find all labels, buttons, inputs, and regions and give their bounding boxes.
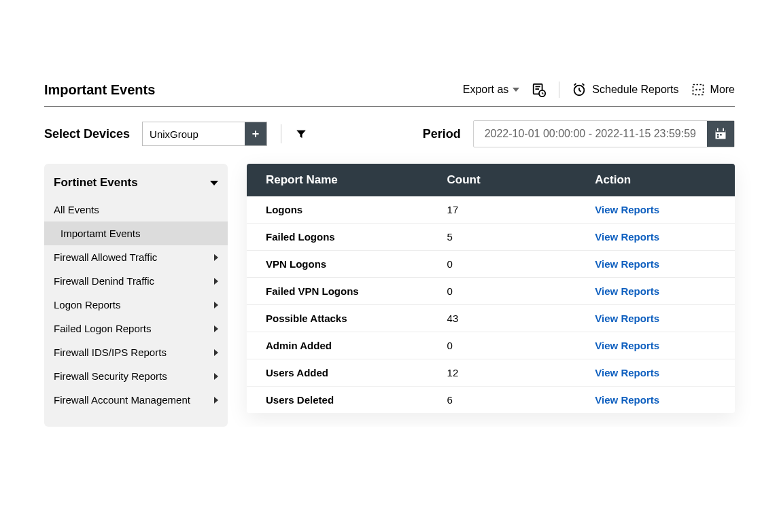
table-row: Users Added12View Reports [247,359,735,387]
action-cell: View Reports [568,204,716,215]
sidebar-item-label: Firewall Denind Traffic [54,275,154,287]
view-reports-link[interactable]: View Reports [595,258,659,270]
report-count: 0 [447,258,568,270]
table-row: Logons17View Reports [247,196,735,224]
report-count: 43 [447,313,568,324]
sidebar-item-label: Firewall Security Reports [54,370,167,382]
svg-rect-20 [717,136,719,138]
report-name: Logons [266,204,447,215]
period-label: Period [423,127,461,141]
chevron-right-icon [214,302,218,308]
table-header: Report Name Count Action [247,164,735,196]
more-label: More [710,84,735,96]
caret-down-icon [513,88,519,92]
svg-point-12 [695,89,697,91]
main-layout: Fortinet Events All EventsImportamt Even… [44,164,735,427]
svg-rect-16 [717,128,719,131]
col-header-name: Report Name [266,173,447,187]
report-count: 0 [447,285,568,297]
action-cell: View Reports [568,367,716,378]
sidebar-item[interactable]: Logon Reports [44,293,228,317]
svg-rect-11 [693,85,703,95]
svg-rect-19 [720,134,722,136]
view-reports-link[interactable]: View Reports [595,340,659,351]
report-count: 17 [447,204,568,215]
sidebar-item-label: All Events [54,204,99,215]
alarm-clock-icon [572,82,587,97]
action-cell: View Reports [568,313,716,324]
report-name: VPN Logons [266,258,447,270]
report-name: Users Added [266,367,447,378]
action-cell: View Reports [568,231,716,243]
svg-line-9 [574,84,576,86]
chevron-right-icon [214,373,218,380]
report-name: Users Deleted [266,394,447,406]
sidebar-item-label: Failed Logon Reports [54,323,151,334]
view-reports-link[interactable]: View Reports [595,367,659,378]
table-row: Failed VPN Logons0View Reports [247,278,735,305]
report-count: 5 [447,231,568,243]
report-count: 0 [447,340,568,351]
calendar-icon [714,127,727,141]
header-actions: Export as Schedule Reports More [463,82,735,98]
period-input[interactable]: 2022-10-01 00:00:00 - 2022-11-15 23:59:5… [473,120,735,147]
action-cell: View Reports [568,258,716,270]
divider [559,82,559,98]
svg-line-5 [542,94,544,94]
report-count: 6 [447,394,568,406]
add-device-button[interactable]: + [245,122,266,145]
col-header-count: Count [447,173,568,187]
sidebar-item[interactable]: Importamt Events [44,221,228,245]
chevron-right-icon [214,349,218,356]
calendar-button[interactable] [707,121,734,147]
svg-rect-18 [717,134,719,136]
sidebar-heading[interactable]: Fortinet Events [44,173,228,198]
more-button[interactable]: More [691,83,735,96]
period-value: 2022-10-01 00:00:00 - 2022-11-15 23:59:5… [474,121,707,147]
sidebar-item[interactable]: Firewall Denind Traffic [44,269,228,293]
page-title: Important Events [44,82,155,98]
sidebar-item[interactable]: All Events [44,198,228,221]
sidebar-item-label: Firewall IDS/IPS Reports [54,347,167,358]
device-select[interactable]: UnixGroup + [142,122,267,146]
svg-rect-15 [716,130,726,132]
table-row: Failed Logons5View Reports [247,224,735,251]
filter-row: Select Devices UnixGroup + Period 2022-1… [44,120,735,147]
chevron-right-icon [214,254,218,261]
sidebar-item[interactable]: Firewall IDS/IPS Reports [44,340,228,364]
svg-rect-17 [723,128,724,131]
chevron-right-icon [214,325,218,332]
svg-line-8 [579,90,581,92]
table-row: VPN Logons0View Reports [247,251,735,278]
table-row: Admin Added0View Reports [247,332,735,359]
chevron-down-icon [210,181,218,185]
export-as-label: Export as [463,84,509,96]
svg-line-10 [583,84,585,86]
select-devices-label: Select Devices [44,127,130,141]
view-reports-link[interactable]: View Reports [595,204,659,215]
sidebar-item-label: Importamt Events [60,228,141,239]
period-group: Period 2022-10-01 00:00:00 - 2022-11-15 … [423,120,735,147]
export-as-button[interactable]: Export as [463,84,520,96]
sidebar-item[interactable]: Firewall Allowed Traffic [44,245,228,269]
device-select-value: UnixGroup [143,122,245,145]
report-schedule-icon[interactable] [532,82,547,97]
filter-icon[interactable] [295,128,307,140]
report-name: Possible Attacks [266,313,447,324]
view-reports-link[interactable]: View Reports [595,231,659,243]
chevron-right-icon [214,397,218,404]
schedule-reports-button[interactable]: Schedule Reports [572,82,678,97]
sidebar-item[interactable]: Firewall Security Reports [44,364,228,388]
view-reports-link[interactable]: View Reports [595,285,659,297]
sidebar: Fortinet Events All EventsImportamt Even… [44,164,228,427]
divider [281,124,281,143]
chevron-right-icon [214,278,218,285]
sidebar-item-label: Firewall Account Management [54,394,190,406]
report-name: Failed Logons [266,231,447,243]
view-reports-link[interactable]: View Reports [595,394,659,406]
view-reports-link[interactable]: View Reports [595,313,659,324]
page-header: Important Events Export as Schedule Repo… [44,82,735,107]
sidebar-item[interactable]: Failed Logon Reports [44,317,228,340]
report-name: Failed VPN Logons [266,285,447,297]
sidebar-item[interactable]: Firewall Account Management [44,388,228,412]
